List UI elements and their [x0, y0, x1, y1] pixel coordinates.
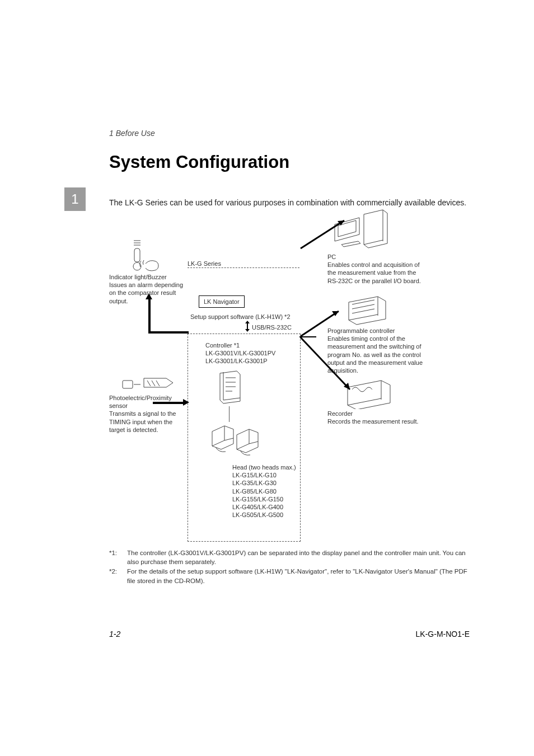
doc-id: LK-G-M-NO1-E — [416, 630, 470, 638]
indicator-icon — [129, 233, 162, 272]
page-footer: 1-2 LK-G-M-NO1-E — [109, 630, 470, 638]
usb-label: USB/RS-232C — [252, 323, 292, 331]
arrow-to-indicator — [148, 299, 151, 332]
footnotes: *1: The controller (LK-G3001V/LK-G3001PV… — [109, 548, 470, 585]
sensor-label: Photoelectric/Proximity sensor Transmits… — [109, 394, 188, 433]
pc-label: PC Enables control and acquisition of th… — [327, 253, 428, 284]
arrow-segment — [148, 331, 189, 334]
page-number: 1-2 — [109, 630, 120, 638]
head-model-5: LK-G505/LK-G500 — [232, 511, 283, 518]
navigator-box-label: LK Navigator — [199, 295, 245, 308]
navigator-box: LK Navigator — [199, 295, 245, 308]
arrow-from-sensor — [153, 402, 186, 404]
plc-icon — [344, 294, 389, 325]
series-label: LK-G Series — [188, 260, 221, 267]
recorder-label: Recorder Records the measurement result. — [327, 410, 434, 425]
connector-line — [229, 406, 229, 422]
chapter-tab: 1 — [64, 187, 86, 211]
usb-arrow-icon — [243, 320, 251, 333]
page: 1 1 Before Use System Configuration The … — [0, 0, 534, 756]
footnote-text: For the details of the setup support sof… — [127, 567, 470, 585]
controller-models-1: LK-G3001V/LK-G3001PV — [205, 350, 275, 356]
footnote-text: The controller (LK-G3001V/LK-G3001PV) ca… — [127, 548, 470, 566]
sensor-desc: Transmits a signal to the TIMING input w… — [109, 410, 176, 433]
page-title: System Configuration — [109, 152, 470, 172]
intro-text: The LK-G Series can be used for various … — [109, 197, 470, 208]
head-model-1: LK-G35/LK-G30 — [232, 480, 277, 486]
head-title: Head (two heads max.) — [232, 464, 296, 471]
head-model-2: LK-G85/LK-G80 — [232, 488, 277, 495]
svg-rect-2 — [123, 381, 133, 388]
indicator-title: Indicator light/Buzzer — [109, 274, 167, 280]
system-diagram: Indicator light/Buzzer Issues an alarm d… — [109, 216, 467, 541]
footnote-key: *1: — [109, 548, 121, 566]
footnote-key: *2: — [109, 567, 121, 585]
controller-title: Controller *1 — [205, 342, 240, 349]
controller-label: Controller *1 LK-G3001V/LK-G3001PV LK-G3… — [205, 341, 295, 365]
pc-title: PC — [327, 253, 336, 260]
arrow-to-recorder — [299, 336, 361, 398]
head-model-3: LK-G155/LK-G150 — [232, 496, 283, 503]
svg-rect-1 — [134, 248, 140, 262]
recorder-desc: Records the measurement result. — [327, 418, 419, 425]
recorder-title: Recorder — [327, 410, 353, 417]
arrow-tip — [146, 293, 152, 299]
head-model-4: LK-G405/LK-G400 — [232, 504, 283, 510]
setup-sw-label: Setup support software (LK-H1W) *2 — [190, 313, 291, 321]
head-model-0: LK-G15/LK-G10 — [232, 472, 277, 478]
sensor-icon — [121, 373, 177, 395]
controller-models-2: LK-G3001/LK-G3001P — [205, 358, 268, 364]
arrow-tip — [183, 399, 189, 406]
controller-icon — [216, 370, 243, 406]
arrow-to-pc — [299, 216, 367, 250]
head-icon — [209, 420, 265, 459]
head-label: Head (two heads max.) LK-G15/LK-G10 LK-G… — [232, 463, 311, 519]
pc-desc: Enables control and acquisition of the m… — [327, 261, 421, 284]
arrow-to-plc — [299, 306, 350, 339]
breadcrumb: 1 Before Use — [109, 129, 470, 138]
